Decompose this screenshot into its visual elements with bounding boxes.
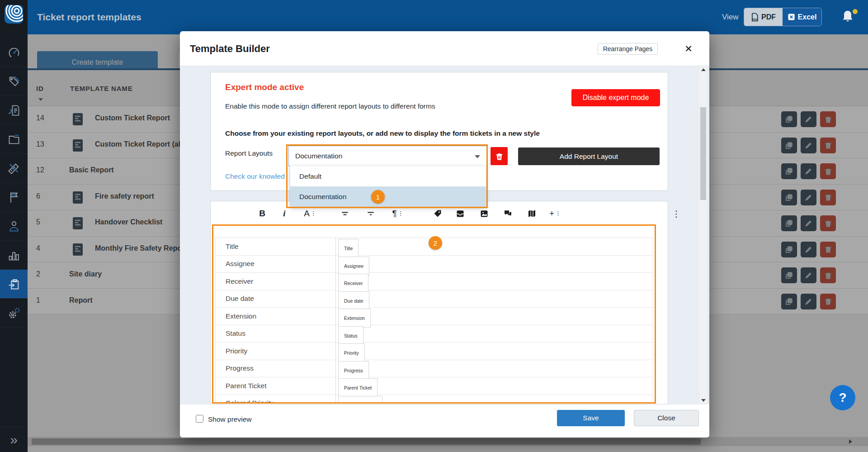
expert-mode-title: Expert mode active [225, 82, 304, 92]
sidebar-collapse-button[interactable]: » [0, 427, 28, 452]
field-placeholder-chip[interactable]: Assignee [338, 257, 369, 276]
save-button[interactable]: Save [557, 410, 625, 426]
paragraph-icon: ¶ [392, 209, 396, 219]
italic-icon: i [283, 209, 285, 219]
annotation-badge-1: 1 [371, 190, 385, 204]
notifications-bell-button[interactable] [841, 9, 859, 27]
field-placeholder-chip[interactable]: Extension [338, 309, 371, 328]
pdf-view-button[interactable]: PDF PDF [744, 8, 783, 26]
font-icon: A [304, 209, 310, 219]
scroll-down-arrow-icon[interactable] [701, 399, 706, 402]
gears-icon [7, 306, 21, 320]
dropdown-option-default[interactable]: Default [290, 166, 486, 186]
logo-swirl-icon [5, 5, 23, 24]
excel-label: Excel [798, 13, 817, 21]
trash-icon [495, 152, 504, 161]
pdf-label: PDF [761, 13, 776, 21]
menu-dots-icon: ⋮ [398, 211, 404, 216]
sidebar-item-milestones[interactable] [0, 183, 28, 212]
insert-image-button[interactable] [476, 207, 492, 220]
plus-icon: + [549, 209, 554, 219]
help-button[interactable]: ? [830, 385, 855, 410]
show-preview-label: Show preview [208, 415, 252, 423]
field-label: Due date [216, 290, 336, 308]
line-height-icon [340, 209, 349, 218]
sidebar-item-measurements[interactable] [0, 154, 28, 183]
sidebar-item-folders[interactable] [0, 125, 28, 154]
insert-comment-button[interactable] [500, 207, 516, 220]
field-row: Due date Due date [216, 290, 653, 308]
sidebar-item-statistics[interactable] [0, 241, 28, 270]
field-placeholder-chip[interactable]: Colored Priority [338, 396, 382, 403]
insert-more-button[interactable]: +⋮ [547, 207, 563, 220]
italic-button[interactable]: i [276, 207, 292, 220]
modal-scrollbar-thumb[interactable] [700, 107, 706, 200]
field-placeholder-chip[interactable]: Receiver [338, 274, 368, 293]
sidebar-item-settings[interactable] [0, 299, 28, 328]
close-modal-button[interactable]: ✕ [681, 41, 696, 57]
image-icon [480, 209, 489, 218]
menu-dots-icon: ⋮ [311, 211, 316, 216]
report-layouts-select[interactable]: Documentation [288, 146, 488, 167]
excel-view-button[interactable]: Excel [783, 8, 821, 26]
gauge-icon [8, 46, 20, 59]
add-report-layout-button[interactable]: Add Report Layout [518, 147, 660, 165]
delete-layout-button[interactable] [491, 147, 508, 165]
field-placeholder-chip[interactable]: Parent Ticket [338, 378, 377, 397]
bar-chart-icon [8, 249, 20, 262]
insert-tag-button[interactable] [429, 207, 446, 220]
knowledge-base-link[interactable]: Check our knowled [225, 172, 285, 181]
line-height-button[interactable] [337, 207, 353, 220]
font-style-button[interactable]: A⋮ [302, 207, 318, 220]
expert-mode-description: Enable this mode to assign different rep… [225, 102, 435, 110]
close-button[interactable]: Close [634, 410, 699, 426]
toolbar-overflow-button[interactable]: ⋮ [668, 207, 684, 220]
insert-map-button[interactable] [524, 207, 540, 220]
field-label: Assignee [216, 256, 336, 273]
field-placeholder-chip[interactable]: Progress [338, 361, 369, 380]
pdf-file-icon: PDF [751, 13, 759, 22]
ruler-pencil-icon [8, 162, 20, 175]
field-placeholder-chip[interactable]: Due date [338, 291, 369, 310]
app-window: » Ticket report templates View PDF PDF E… [0, 0, 868, 452]
field-placeholder-chip[interactable]: Status [338, 326, 363, 345]
sidebar-item-tags[interactable] [0, 67, 28, 96]
bold-button[interactable]: B [254, 207, 270, 220]
question-mark-icon: ? [839, 390, 846, 405]
field-row: Priority Priority [216, 343, 653, 360]
field-row: Extension Extension [216, 308, 653, 325]
dropdown-option-documentation[interactable]: Documentation [290, 186, 486, 207]
view-label: View [722, 0, 739, 34]
disable-expert-mode-button[interactable]: Disable expert mode [571, 89, 660, 106]
modal-scrollbar[interactable] [699, 66, 707, 404]
page-title: Ticket report templates [37, 0, 142, 34]
field-placeholder-chip[interactable]: Title [338, 239, 359, 258]
sidebar-item-dashboard[interactable] [0, 38, 28, 67]
insert-field-button[interactable] [452, 207, 468, 220]
modal-title: Template Builder [190, 31, 270, 66]
scroll-up-arrow-icon[interactable] [701, 68, 706, 71]
field-label: Title [216, 238, 336, 255]
tag-icon [8, 75, 20, 88]
inbox-icon [456, 209, 465, 218]
paragraph-button[interactable]: ¶⋮ [390, 207, 406, 220]
show-preview-checkbox[interactable] [196, 415, 203, 423]
view-mode-toggle: PDF PDF Excel [744, 8, 822, 26]
rearrange-pages-button[interactable]: Rearrange Pages [598, 43, 658, 55]
field-label: Status [216, 325, 336, 343]
field-label: Colored Priority [216, 395, 336, 403]
app-logo-icon[interactable] [5, 5, 23, 24]
field-label: Parent Ticket [216, 377, 336, 395]
field-placeholder-chip[interactable]: Priority [338, 343, 365, 362]
field-label: Extension [216, 308, 336, 325]
sidebar-item-contacts[interactable] [0, 212, 28, 241]
report-layouts-dropdown-list: Default Documentation [290, 166, 486, 207]
sidebar: » [0, 0, 28, 452]
selected-layout-value: Documentation [295, 152, 342, 160]
field-row: Status Status [216, 325, 653, 343]
flag-icon [8, 191, 20, 204]
line-spacing-button[interactable] [363, 207, 379, 220]
field-row: Assignee Assignee [216, 256, 653, 273]
sidebar-item-ticket-reports[interactable] [0, 270, 28, 299]
sidebar-item-approvals[interactable] [0, 96, 28, 125]
